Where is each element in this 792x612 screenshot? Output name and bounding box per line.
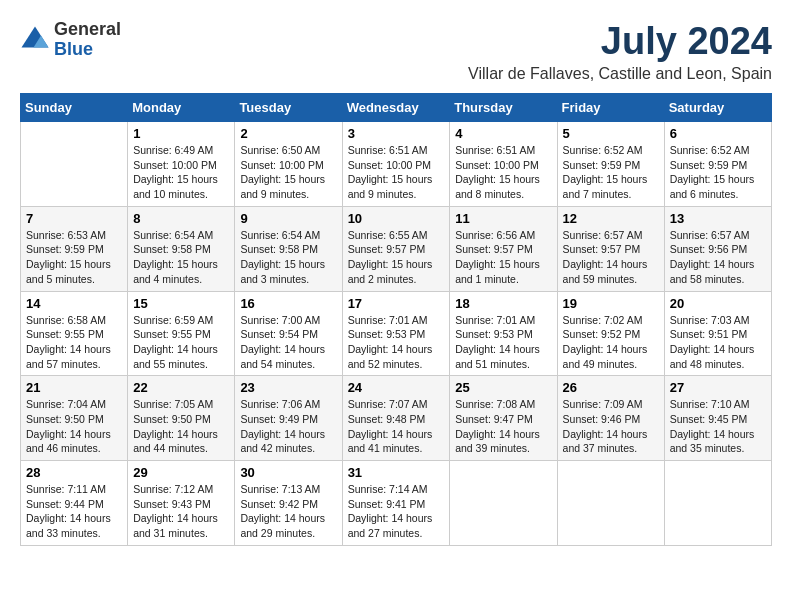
calendar-cell: 9Sunrise: 6:54 AMSunset: 9:58 PMDaylight… [235, 206, 342, 291]
cell-line: Sunrise: 6:52 AM [670, 143, 766, 158]
cell-line: Sunrise: 7:02 AM [563, 313, 659, 328]
cell-line: Daylight: 15 hours [133, 172, 229, 187]
calendar-cell: 11Sunrise: 6:56 AMSunset: 9:57 PMDayligh… [450, 206, 557, 291]
cell-line: Sunset: 9:58 PM [133, 242, 229, 257]
cell-line: and 5 minutes. [26, 272, 122, 287]
cell-line: and 49 minutes. [563, 357, 659, 372]
calendar-week: 14Sunrise: 6:58 AMSunset: 9:55 PMDayligh… [21, 291, 772, 376]
cell-line: Daylight: 14 hours [26, 342, 122, 357]
cell-line: Sunset: 9:59 PM [563, 158, 659, 173]
cell-line: and 1 minute. [455, 272, 551, 287]
cell-line: Sunset: 9:47 PM [455, 412, 551, 427]
calendar-cell: 18Sunrise: 7:01 AMSunset: 9:53 PMDayligh… [450, 291, 557, 376]
cell-line: Sunrise: 6:54 AM [240, 228, 336, 243]
cell-line: Sunrise: 7:07 AM [348, 397, 445, 412]
cell-line: Sunrise: 6:50 AM [240, 143, 336, 158]
day-number: 5 [563, 126, 659, 141]
cell-line: Sunrise: 6:58 AM [26, 313, 122, 328]
day-number: 11 [455, 211, 551, 226]
calendar-cell: 27Sunrise: 7:10 AMSunset: 9:45 PMDayligh… [664, 376, 771, 461]
cell-line: Sunrise: 7:09 AM [563, 397, 659, 412]
cell-line: Sunrise: 6:53 AM [26, 228, 122, 243]
cell-line: Daylight: 15 hours [240, 257, 336, 272]
cell-line: and 4 minutes. [133, 272, 229, 287]
cell-line: Daylight: 15 hours [455, 257, 551, 272]
calendar-cell: 30Sunrise: 7:13 AMSunset: 9:42 PMDayligh… [235, 461, 342, 546]
cell-line: Sunrise: 7:13 AM [240, 482, 336, 497]
day-number: 16 [240, 296, 336, 311]
cell-line: Sunrise: 6:55 AM [348, 228, 445, 243]
cell-line: Sunset: 10:00 PM [455, 158, 551, 173]
logo-text: General Blue [54, 20, 121, 60]
cell-line: Sunrise: 7:12 AM [133, 482, 229, 497]
cell-line: Sunset: 9:48 PM [348, 412, 445, 427]
cell-line: Sunset: 9:55 PM [26, 327, 122, 342]
day-number: 13 [670, 211, 766, 226]
cell-line: Daylight: 14 hours [26, 427, 122, 442]
cell-line: and 35 minutes. [670, 441, 766, 456]
calendar-cell: 8Sunrise: 6:54 AMSunset: 9:58 PMDaylight… [128, 206, 235, 291]
cell-line: and 58 minutes. [670, 272, 766, 287]
day-number: 19 [563, 296, 659, 311]
cell-line: and 54 minutes. [240, 357, 336, 372]
day-number: 14 [26, 296, 122, 311]
cell-line: Daylight: 15 hours [563, 172, 659, 187]
day-number: 29 [133, 465, 229, 480]
cell-line: Sunset: 9:57 PM [348, 242, 445, 257]
calendar-cell: 22Sunrise: 7:05 AMSunset: 9:50 PMDayligh… [128, 376, 235, 461]
cell-line: Sunset: 9:54 PM [240, 327, 336, 342]
cell-line: Sunset: 9:57 PM [563, 242, 659, 257]
cell-line: and 31 minutes. [133, 526, 229, 541]
cell-line: Sunset: 9:52 PM [563, 327, 659, 342]
calendar-week: 28Sunrise: 7:11 AMSunset: 9:44 PMDayligh… [21, 461, 772, 546]
day-number: 3 [348, 126, 445, 141]
cell-line: Sunset: 9:50 PM [133, 412, 229, 427]
calendar-header: SundayMondayTuesdayWednesdayThursdayFrid… [21, 94, 772, 122]
calendar-cell: 13Sunrise: 6:57 AMSunset: 9:56 PMDayligh… [664, 206, 771, 291]
calendar-cell: 6Sunrise: 6:52 AMSunset: 9:59 PMDaylight… [664, 122, 771, 207]
cell-line: Daylight: 14 hours [670, 342, 766, 357]
calendar-cell: 5Sunrise: 6:52 AMSunset: 9:59 PMDaylight… [557, 122, 664, 207]
cell-line: Daylight: 15 hours [670, 172, 766, 187]
logo-general: General [54, 20, 121, 40]
cell-line: Sunset: 9:45 PM [670, 412, 766, 427]
cell-line: and 2 minutes. [348, 272, 445, 287]
cell-line: Sunrise: 7:04 AM [26, 397, 122, 412]
cell-line: Sunrise: 6:54 AM [133, 228, 229, 243]
calendar-cell [664, 461, 771, 546]
calendar-cell: 17Sunrise: 7:01 AMSunset: 9:53 PMDayligh… [342, 291, 450, 376]
calendar-cell: 23Sunrise: 7:06 AMSunset: 9:49 PMDayligh… [235, 376, 342, 461]
cell-line: Sunset: 9:44 PM [26, 497, 122, 512]
cell-line: Daylight: 15 hours [240, 172, 336, 187]
cell-line: Daylight: 14 hours [133, 427, 229, 442]
cell-line: Daylight: 14 hours [133, 511, 229, 526]
cell-line: Sunset: 9:55 PM [133, 327, 229, 342]
calendar-cell: 15Sunrise: 6:59 AMSunset: 9:55 PMDayligh… [128, 291, 235, 376]
page-header: General Blue July 2024 Villar de Fallave… [20, 20, 772, 83]
cell-line: Daylight: 14 hours [563, 257, 659, 272]
cell-line: Daylight: 14 hours [348, 427, 445, 442]
cell-line: Daylight: 14 hours [26, 511, 122, 526]
cell-line: Sunrise: 7:10 AM [670, 397, 766, 412]
cell-line: Sunrise: 7:06 AM [240, 397, 336, 412]
cell-line: Sunset: 9:57 PM [455, 242, 551, 257]
day-number: 8 [133, 211, 229, 226]
calendar-cell: 26Sunrise: 7:09 AMSunset: 9:46 PMDayligh… [557, 376, 664, 461]
calendar-cell: 12Sunrise: 6:57 AMSunset: 9:57 PMDayligh… [557, 206, 664, 291]
cell-line: Sunset: 9:53 PM [455, 327, 551, 342]
header-day: Monday [128, 94, 235, 122]
cell-line: Sunrise: 7:01 AM [455, 313, 551, 328]
cell-line: and 51 minutes. [455, 357, 551, 372]
day-number: 7 [26, 211, 122, 226]
cell-line: Sunrise: 7:01 AM [348, 313, 445, 328]
cell-line: Sunrise: 7:14 AM [348, 482, 445, 497]
cell-line: and 8 minutes. [455, 187, 551, 202]
cell-line: Sunrise: 7:11 AM [26, 482, 122, 497]
cell-line: Sunrise: 6:49 AM [133, 143, 229, 158]
calendar-cell [557, 461, 664, 546]
calendar-cell: 25Sunrise: 7:08 AMSunset: 9:47 PMDayligh… [450, 376, 557, 461]
day-number: 15 [133, 296, 229, 311]
calendar-week: 7Sunrise: 6:53 AMSunset: 9:59 PMDaylight… [21, 206, 772, 291]
day-number: 17 [348, 296, 445, 311]
cell-line: Daylight: 14 hours [133, 342, 229, 357]
